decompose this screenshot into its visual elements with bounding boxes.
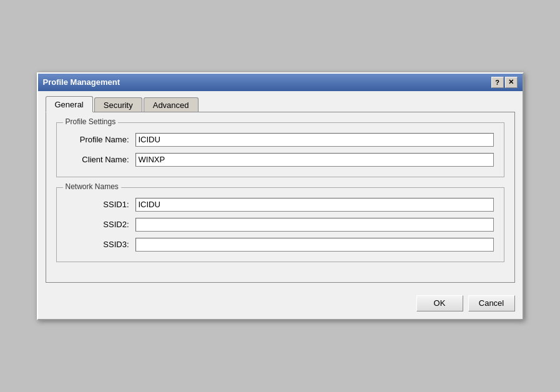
profile-name-label: Profile Name: <box>67 135 135 144</box>
profile-settings-group: Profile Settings Profile Name: Client Na… <box>56 122 504 177</box>
ssid1-input[interactable] <box>135 198 494 212</box>
ok-button[interactable]: OK <box>416 295 463 311</box>
ssid3-row: SSID3: <box>67 238 494 252</box>
tab-content-general: Profile Settings Profile Name: Client Na… <box>46 112 515 283</box>
tab-general[interactable]: General <box>46 96 93 112</box>
cancel-button[interactable]: Cancel <box>468 295 515 311</box>
tab-advanced[interactable]: Advanced <box>144 97 199 112</box>
ssid3-label: SSID3: <box>67 240 135 249</box>
close-button[interactable]: ✕ <box>505 77 518 88</box>
ssid1-label: SSID1: <box>67 200 135 209</box>
tab-security[interactable]: Security <box>94 97 142 112</box>
ssid3-input[interactable] <box>135 238 494 252</box>
dialog-content: General Security Advanced Profile Settin… <box>38 91 523 290</box>
client-name-label: Client Name: <box>67 155 135 164</box>
network-names-legend: Network Names <box>63 182 121 191</box>
title-bar: Profile Management ? ✕ <box>38 74 523 91</box>
profile-name-row: Profile Name: <box>67 133 494 147</box>
tabs-container: General Security Advanced <box>46 96 515 112</box>
client-name-input[interactable] <box>135 153 494 167</box>
help-button[interactable]: ? <box>491 77 504 88</box>
ssid2-label: SSID2: <box>67 220 135 229</box>
profile-settings-legend: Profile Settings <box>63 117 119 126</box>
ssid1-row: SSID1: <box>67 198 494 212</box>
title-bar-buttons: ? ✕ <box>491 77 518 88</box>
client-name-row: Client Name: <box>67 153 494 167</box>
ssid2-row: SSID2: <box>67 218 494 232</box>
ssid2-input[interactable] <box>135 218 494 232</box>
network-names-group: Network Names SSID1: SSID2: SSID3: <box>56 187 504 262</box>
profile-name-input[interactable] <box>135 133 494 147</box>
dialog-window: Profile Management ? ✕ General Security … <box>37 72 524 320</box>
window-title: Profile Management <box>43 77 120 87</box>
dialog-footer: OK Cancel <box>38 290 523 319</box>
